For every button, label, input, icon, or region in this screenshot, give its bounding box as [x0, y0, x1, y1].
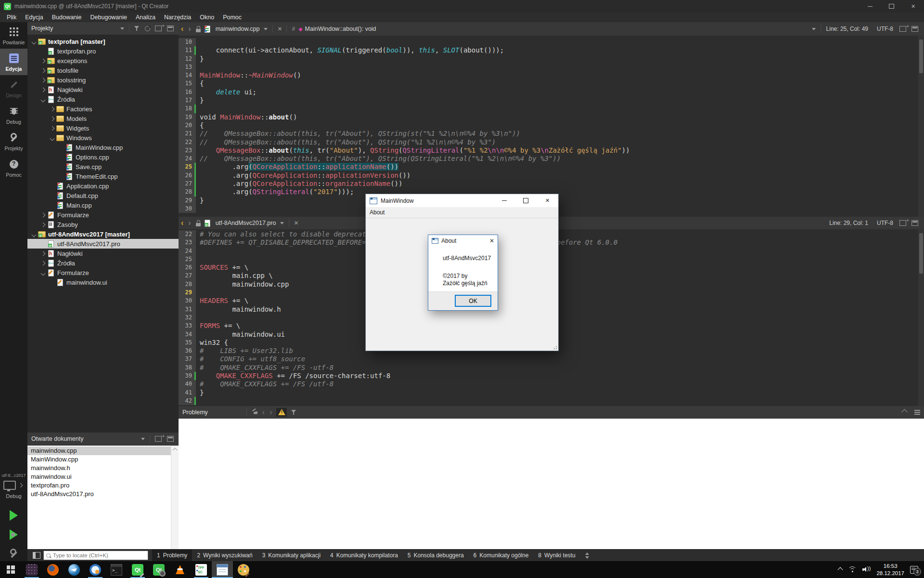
tree-item-Nagłówki[interactable]: Nagłówki: [27, 85, 179, 94]
clear-icon[interactable]: [251, 409, 258, 416]
next-item-icon[interactable]: ›: [267, 408, 274, 416]
open-document-mainwindow.h[interactable]: mainwindow.h: [27, 464, 179, 473]
close-icon[interactable]: ✕: [489, 237, 494, 244]
taskbar-qt-tool-icon[interactable]: [148, 561, 169, 578]
taskbar-compass-app-icon[interactable]: [85, 561, 106, 578]
back-icon[interactable]: ‹: [179, 25, 186, 33]
close-button[interactable]: ✕: [902, 0, 924, 13]
wifi-icon[interactable]: [848, 566, 857, 573]
tree-item-ThemeEdit.cpp[interactable]: ThemeEdit.cpp: [27, 171, 179, 181]
tree-item-Nagłówki[interactable]: Nagłówki: [27, 249, 179, 258]
chevron-right-icon[interactable]: [39, 59, 47, 63]
close-panel-icon[interactable]: [167, 436, 174, 442]
close-document-icon[interactable]: ✕: [275, 26, 284, 32]
scrollbar[interactable]: [918, 36, 924, 217]
kit-selector-button[interactable]: [3, 481, 24, 490]
tree-item-Zasoby[interactable]: Zasoby: [27, 220, 179, 229]
debug-run-button[interactable]: [10, 529, 18, 540]
chevron-down-icon[interactable]: [30, 39, 38, 44]
open-document-MainWindow.cpp[interactable]: MainWindow.cpp: [27, 455, 179, 464]
tree-item-Windows[interactable]: Windows: [27, 133, 179, 143]
mode-debug[interactable]: Debug: [0, 102, 27, 128]
filter-icon[interactable]: [134, 26, 140, 31]
output-pane-komunikaty-aplikacji[interactable]: 3Komunikaty aplikacji: [257, 550, 325, 561]
chevron-right-icon[interactable]: [39, 262, 47, 265]
taskbar-mainwindow-app-icon[interactable]: [212, 561, 233, 578]
menu-edycja[interactable]: Edycja: [21, 14, 48, 21]
mode-pomoc[interactable]: Pomoc: [0, 155, 27, 181]
tree-item-Widgets[interactable]: Widgets: [27, 123, 179, 133]
output-pane-wyniki-wyszukiwań[interactable]: 2Wyniki wyszukiwań: [192, 550, 257, 561]
tree-item-Save.cpp[interactable]: Save.cpp: [27, 162, 179, 171]
taskbar-keyboard-app-icon[interactable]: [21, 561, 42, 578]
tree-item-utf-8AndMsvc2017 [master][interactable]: utf-8AndMsvc2017 [master]: [27, 229, 179, 239]
open-document-mainwindow.ui[interactable]: mainwindow.ui: [27, 473, 179, 481]
output-pane-problemy[interactable]: 1Problemy: [152, 550, 192, 561]
output-pane-updown-icon[interactable]: [585, 552, 589, 559]
taskbar-clock[interactable]: 16:53 28.12.2017: [876, 563, 904, 577]
panel-dropdown-icon[interactable]: [141, 438, 145, 440]
mode-powitanie[interactable]: Powitanie: [0, 22, 27, 49]
split-editor-icon[interactable]: [899, 26, 906, 32]
cursor-position-label[interactable]: Line: 25, Col: 49: [823, 26, 873, 32]
taskbar-qt-creator-icon[interactable]: [127, 561, 148, 578]
mode-design[interactable]: Design: [0, 75, 27, 102]
taskbar-start-icon[interactable]: [0, 561, 21, 578]
minimize-button[interactable]: [859, 0, 881, 13]
menu-narzędzia[interactable]: Narzędzia: [160, 14, 195, 21]
tree-item-Factories[interactable]: Factories: [27, 104, 179, 114]
tree-item-textprofan [master][interactable]: textprofan [master]: [27, 37, 179, 46]
close-document-icon[interactable]: ✕: [292, 220, 300, 226]
chevron-right-icon[interactable]: [39, 88, 47, 92]
open-document-utf-8AndMsvc2017.pro[interactable]: utf-8AndMsvc2017.pro: [27, 490, 179, 499]
locator-input[interactable]: [52, 552, 148, 558]
menu-pomoc[interactable]: Pomoc: [218, 14, 246, 21]
maximize-button[interactable]: [515, 194, 537, 207]
volume-icon[interactable]: )): [862, 566, 871, 573]
split-panel-icon[interactable]: [155, 436, 162, 442]
tree-item-Źródła[interactable]: Źródła: [27, 94, 179, 104]
menu-debugowanie[interactable]: Debugowanie: [86, 14, 131, 21]
ok-button[interactable]: OK: [455, 295, 491, 306]
chevron-right-icon[interactable]: [39, 223, 47, 226]
forward-icon[interactable]: ›: [186, 219, 193, 227]
sync-with-editor-icon[interactable]: [145, 26, 150, 31]
tree-item-toolsstring[interactable]: toolsstring: [27, 75, 179, 85]
close-split-icon[interactable]: [911, 220, 918, 226]
chevron-right-icon[interactable]: [49, 127, 56, 130]
show-warnings-toggle[interactable]: [276, 408, 287, 417]
close-button[interactable]: ✕: [537, 194, 558, 207]
lock-icon[interactable]: [196, 220, 201, 226]
chevron-down-icon[interactable]: [30, 232, 38, 236]
lock-icon[interactable]: [196, 26, 201, 32]
open-file-name[interactable]: utf-8AndMsvc2017.pro: [214, 220, 278, 226]
forward-icon[interactable]: ›: [186, 25, 193, 33]
document-dropdown-icon[interactable]: [264, 28, 268, 30]
tree-item-Formularze[interactable]: Formularze: [27, 268, 179, 277]
document-dropdown-icon[interactable]: [280, 222, 284, 224]
output-pane-komunikaty-ogólne[interactable]: 6Komunikaty ogólne: [469, 550, 534, 561]
taskbar-textprofan-app-icon[interactable]: [191, 561, 212, 578]
cursor-position-label[interactable]: Line: 29, Col: 1: [826, 220, 873, 226]
toggle-sidebar-icon[interactable]: [33, 552, 40, 559]
minimize-button[interactable]: [493, 194, 515, 207]
menu-okno[interactable]: Okno: [195, 14, 218, 21]
dropdown-icon[interactable]: [812, 28, 816, 30]
encoding-label[interactable]: UTF-8: [873, 26, 897, 32]
close-split-icon[interactable]: [911, 26, 918, 32]
tree-item-Formularze[interactable]: Formularze: [27, 210, 179, 220]
maximize-button[interactable]: [881, 0, 902, 13]
chevron-right-icon[interactable]: [49, 117, 56, 120]
tree-item-textprofan.pro[interactable]: textprofan.pro: [27, 46, 179, 56]
code-editor-top[interactable]: 1011 connect(ui->actionAbout, SIGNAL(tri…: [179, 36, 924, 219]
output-pane-komunikaty-kompilatora[interactable]: 4Komunikaty kompilatora: [325, 550, 403, 561]
hidden-icons-icon[interactable]: [838, 567, 843, 572]
scrollbar[interactable]: [918, 229, 924, 406]
split-editor-icon[interactable]: [899, 220, 906, 226]
tree-item-Default.cpp[interactable]: Default.cpp: [27, 191, 179, 200]
chevron-right-icon[interactable]: [39, 69, 47, 72]
split-panel-icon[interactable]: [155, 26, 162, 31]
open-document-mainwindow.cpp[interactable]: mainwindow.cpp: [27, 447, 179, 455]
chevron-right-icon[interactable]: [39, 252, 47, 255]
tree-item-utf-8AndMsvc2017.pro[interactable]: utf-8AndMsvc2017.pro: [27, 239, 179, 249]
